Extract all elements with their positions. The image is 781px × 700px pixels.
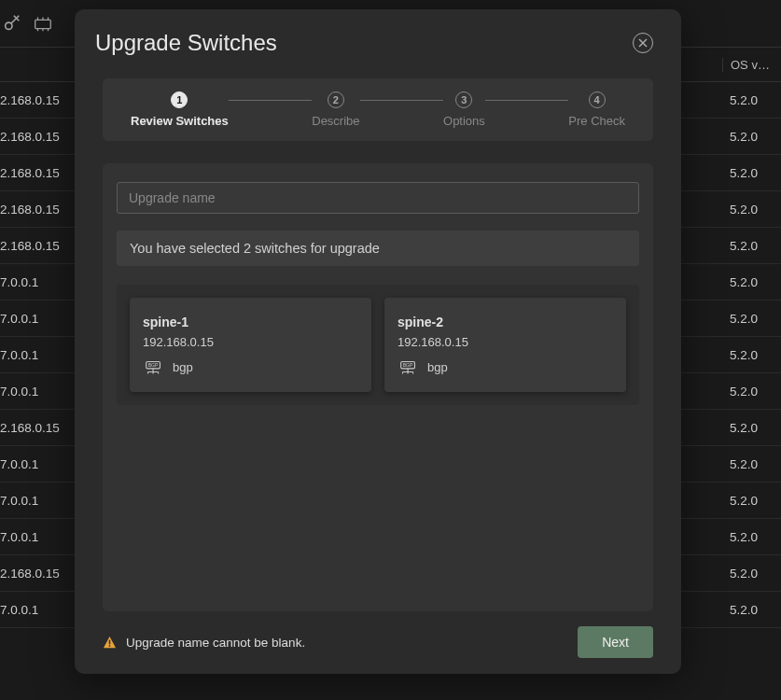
ip-cell: 2.168.0.15 bbox=[0, 203, 77, 217]
step-number: 2 bbox=[328, 91, 344, 108]
os-cell: 5.2.0 bbox=[722, 603, 781, 617]
step-review-switches[interactable]: 1Review Switches bbox=[131, 91, 229, 128]
ip-cell: 2.168.0.15 bbox=[0, 421, 77, 435]
ip-cell: 2.168.0.15 bbox=[0, 239, 77, 253]
svg-rect-1 bbox=[35, 20, 51, 28]
switch-card[interactable]: spine-1192.168.0.15BGPbgp bbox=[130, 298, 371, 392]
warning-text: Upgrade name cannot be blank. bbox=[126, 636, 305, 650]
bgp-icon: BGP bbox=[397, 358, 420, 375]
os-cell: 5.2.0 bbox=[722, 239, 781, 253]
ip-cell: 7.0.0.1 bbox=[0, 494, 77, 508]
warning-icon bbox=[103, 636, 117, 650]
next-button[interactable]: Next bbox=[578, 626, 653, 658]
os-cell: 5.2.0 bbox=[722, 348, 781, 362]
os-cell: 5.2.0 bbox=[722, 530, 781, 544]
os-cell: 5.2.0 bbox=[722, 130, 781, 144]
ip-cell: 7.0.0.1 bbox=[0, 312, 77, 326]
step-options[interactable]: 3Options bbox=[443, 91, 485, 128]
ip-cell: 2.168.0.15 bbox=[0, 567, 77, 581]
step-label: Options bbox=[443, 114, 485, 128]
stepper: 1Review Switches2Describe3Options4Pre Ch… bbox=[103, 78, 653, 141]
os-cell: 5.2.0 bbox=[722, 93, 781, 107]
ip-cell: 7.0.0.1 bbox=[0, 275, 77, 289]
step-label: Review Switches bbox=[131, 114, 229, 128]
ip-cell: 7.0.0.1 bbox=[0, 385, 77, 399]
step-label: Pre Check bbox=[568, 114, 625, 128]
switch-card[interactable]: spine-2192.168.0.15BGPbgp bbox=[384, 298, 626, 392]
svg-point-0 bbox=[6, 22, 12, 29]
upgrade-modal: Upgrade Switches 1Review Switches2Descri… bbox=[75, 9, 681, 674]
os-cell: 5.2.0 bbox=[722, 166, 781, 180]
os-cell: 5.2.0 bbox=[722, 203, 781, 217]
upgrade-name-input[interactable] bbox=[117, 182, 639, 214]
ip-cell: 2.168.0.15 bbox=[0, 166, 77, 180]
step-label: Describe bbox=[312, 114, 359, 128]
step-number: 4 bbox=[589, 91, 606, 108]
os-cell: 5.2.0 bbox=[722, 385, 781, 399]
switch-ip: 192.168.0.15 bbox=[397, 335, 613, 349]
step-pre-check[interactable]: 4Pre Check bbox=[568, 91, 625, 128]
gateway-icon bbox=[32, 13, 54, 34]
os-cell: 5.2.0 bbox=[722, 421, 781, 435]
ip-cell: 2.168.0.15 bbox=[0, 130, 77, 144]
os-cell: 5.2.0 bbox=[722, 457, 781, 471]
protocol-label: bgp bbox=[173, 360, 193, 374]
switch-name: spine-2 bbox=[397, 315, 613, 329]
protocol-label: bgp bbox=[427, 360, 448, 374]
step-number: 3 bbox=[455, 91, 472, 108]
close-button[interactable] bbox=[633, 33, 653, 53]
svg-rect-6 bbox=[109, 639, 111, 644]
step-connector bbox=[360, 100, 443, 101]
svg-text:BGP: BGP bbox=[148, 362, 159, 368]
selection-banner: You have selected 2 switches for upgrade bbox=[117, 231, 639, 266]
os-cell: 5.2.0 bbox=[722, 275, 781, 289]
step-connector bbox=[229, 100, 312, 101]
ip-cell: 7.0.0.1 bbox=[0, 348, 77, 362]
content-panel: You have selected 2 switches for upgrade… bbox=[103, 163, 653, 611]
ip-cell: 7.0.0.1 bbox=[0, 457, 77, 471]
switch-name: spine-1 bbox=[143, 315, 358, 329]
ip-cell: 7.0.0.1 bbox=[0, 603, 77, 617]
switch-cards: spine-1192.168.0.15BGPbgpspine-2192.168.… bbox=[117, 285, 639, 405]
step-describe[interactable]: 2Describe bbox=[312, 91, 359, 128]
ip-cell: 7.0.0.1 bbox=[0, 530, 77, 544]
ip-cell: 2.168.0.15 bbox=[0, 93, 77, 107]
key-icon bbox=[2, 13, 22, 34]
modal-title: Upgrade Switches bbox=[95, 30, 277, 56]
step-number: 1 bbox=[171, 91, 188, 108]
os-cell: 5.2.0 bbox=[722, 312, 781, 326]
switch-ip: 192.168.0.15 bbox=[143, 335, 358, 349]
step-connector bbox=[485, 100, 568, 101]
os-column-header[interactable]: OS v… bbox=[722, 58, 781, 72]
os-cell: 5.2.0 bbox=[722, 567, 781, 581]
switch-protocol: BGPbgp bbox=[143, 358, 358, 375]
svg-rect-7 bbox=[109, 645, 111, 647]
bgp-icon: BGP bbox=[143, 358, 165, 375]
validation-warning: Upgrade name cannot be blank. bbox=[103, 636, 305, 650]
switch-protocol: BGPbgp bbox=[397, 358, 613, 375]
svg-text:BGP: BGP bbox=[403, 362, 413, 368]
os-cell: 5.2.0 bbox=[722, 494, 781, 508]
